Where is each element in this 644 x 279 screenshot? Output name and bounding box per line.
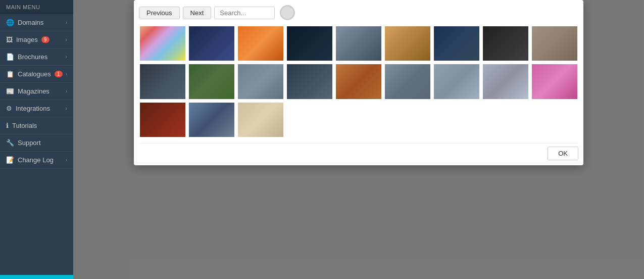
catalogues-icon: 📋 xyxy=(6,70,14,78)
next-button[interactable]: Next xyxy=(183,7,212,19)
domains-icon: 🌐 xyxy=(6,19,14,26)
chevron-right-icon: › xyxy=(66,88,67,94)
image-cell[interactable] xyxy=(237,25,284,62)
images-badge: 9 xyxy=(41,36,49,43)
image-cell[interactable] xyxy=(188,63,235,100)
image-picker-modal: Previous Next OK xyxy=(134,0,583,165)
sidebar-item-support[interactable]: 🔧 Support xyxy=(0,134,73,152)
main-area: Previous Next OK xyxy=(73,0,644,279)
search-input[interactable] xyxy=(214,7,275,19)
sidebar: Main Menu 🌐 Domains › 🖼 Images 9 › 📄 Bro… xyxy=(0,0,73,279)
support-icon: 🔧 xyxy=(6,139,14,147)
tutorials-icon: ℹ xyxy=(6,122,9,129)
image-cell[interactable] xyxy=(335,25,382,62)
ok-button[interactable]: OK xyxy=(548,147,578,160)
images-icon: 🖼 xyxy=(6,36,13,43)
chevron-right-icon: › xyxy=(66,54,67,60)
image-cell[interactable] xyxy=(188,102,235,138)
image-cell[interactable] xyxy=(531,63,578,100)
image-cell[interactable] xyxy=(433,25,480,62)
image-cell[interactable] xyxy=(286,63,333,100)
sidebar-item-images[interactable]: 🖼 Images 9 › xyxy=(0,31,73,49)
previous-button[interactable]: Previous xyxy=(139,7,180,19)
catalogues-badge: 1 xyxy=(55,71,63,77)
sidebar-item-changelog[interactable]: 📝 Change Log › xyxy=(0,152,73,169)
chevron-right-icon: › xyxy=(66,106,67,111)
sidebar-item-brochures[interactable]: 📄 Brochures › xyxy=(0,49,73,66)
image-cell[interactable] xyxy=(482,25,529,62)
image-cell[interactable] xyxy=(384,63,431,100)
image-cell[interactable] xyxy=(237,102,284,138)
sidebar-item-label: Brochures xyxy=(18,53,47,61)
chevron-right-icon: › xyxy=(66,20,67,25)
sidebar-item-label: Images xyxy=(16,36,38,43)
image-cell[interactable] xyxy=(335,63,382,100)
sidebar-bottom-bar xyxy=(0,275,73,279)
image-cell[interactable] xyxy=(433,63,480,100)
image-cell[interactable] xyxy=(188,25,235,62)
integrations-icon: ⚙ xyxy=(6,105,12,112)
image-cell[interactable] xyxy=(286,25,333,62)
chevron-right-icon: › xyxy=(66,37,67,42)
sidebar-item-label: Support xyxy=(18,139,41,147)
image-cell[interactable] xyxy=(482,63,529,100)
sidebar-item-label: Tutorials xyxy=(12,122,37,129)
modal-footer: OK xyxy=(139,143,578,160)
sidebar-header: Main Menu xyxy=(0,0,73,14)
image-cell[interactable] xyxy=(139,63,186,100)
modal-backdrop: Previous Next OK xyxy=(73,0,644,279)
image-grid xyxy=(139,25,578,138)
modal-toolbar: Previous Next xyxy=(139,5,578,20)
image-cell[interactable] xyxy=(237,63,284,100)
sidebar-item-integrations[interactable]: ⚙ Integrations › xyxy=(0,100,73,117)
sidebar-item-magazines[interactable]: 📰 Magazines › xyxy=(0,83,73,100)
sidebar-item-label: Change Log xyxy=(18,156,54,164)
sidebar-item-tutorials[interactable]: ℹ Tutorials xyxy=(0,117,73,134)
sidebar-item-catalogues[interactable]: 📋 Catalogues 1 › xyxy=(0,66,73,83)
chevron-right-icon: › xyxy=(66,157,67,163)
sidebar-item-label: Magazines xyxy=(18,87,49,95)
sidebar-item-label: Domains xyxy=(18,19,43,26)
sidebar-item-label: Catalogues xyxy=(18,70,51,78)
sidebar-item-label: Integrations xyxy=(16,105,50,112)
chevron-right-icon: › xyxy=(66,71,67,77)
image-cell[interactable] xyxy=(384,25,431,62)
brochures-icon: 📄 xyxy=(6,53,14,61)
loading-spinner xyxy=(280,5,295,20)
image-cell[interactable] xyxy=(139,102,186,138)
magazines-icon: 📰 xyxy=(6,87,14,95)
image-cell[interactable] xyxy=(531,25,578,62)
changelog-icon: 📝 xyxy=(6,156,14,164)
image-cell[interactable] xyxy=(139,25,186,62)
sidebar-item-domains[interactable]: 🌐 Domains › xyxy=(0,14,73,31)
